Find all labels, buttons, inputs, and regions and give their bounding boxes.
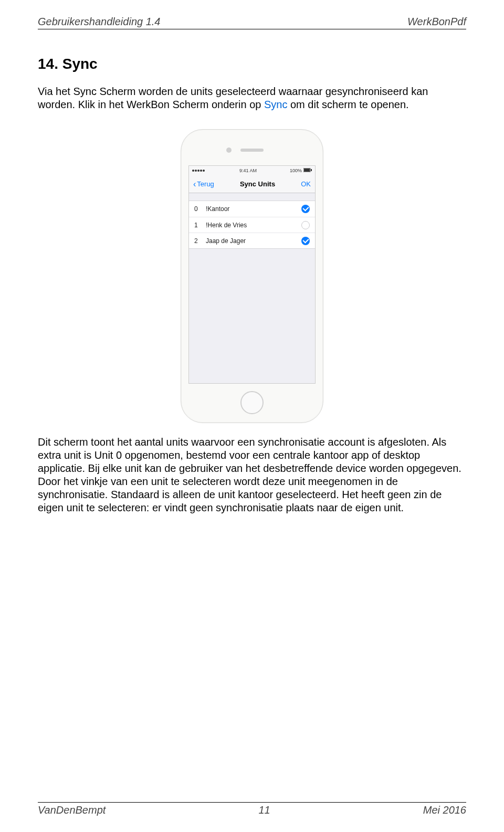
sync-units-list: 0 !Kantoor 1 !Henk de Vries 2 Jaap de Ja… — [189, 201, 315, 249]
footer-page-number: 11 — [258, 804, 270, 816]
status-right: 100% — [290, 168, 312, 173]
row-index: 2 — [194, 237, 203, 245]
nav-title: Sync Units — [240, 180, 275, 188]
signal-dots-icon — [192, 170, 205, 172]
back-label: Terug — [197, 180, 214, 188]
speaker-slot — [240, 149, 264, 152]
home-button[interactable] — [240, 391, 264, 414]
sync-link[interactable]: Sync — [264, 99, 287, 110]
page-header: Gebruikershandleiding 1.4 WerkBonPdf — [38, 16, 466, 28]
back-button[interactable]: ‹ Terug — [193, 180, 214, 188]
header-rule — [38, 29, 466, 29]
svg-rect-1 — [304, 168, 310, 172]
row-index: 0 — [194, 205, 203, 213]
battery-label: 100% — [290, 168, 302, 173]
ok-button[interactable]: OK — [301, 180, 311, 188]
phone-figure: 9:41 AM 100% ‹ Terug Sync Units OK — [38, 129, 466, 423]
chevron-left-icon: ‹ — [193, 180, 196, 188]
intro-post: om dit scherm te openen. — [287, 99, 408, 110]
body-paragraph: Dit scherm toont het aantal units waarvo… — [38, 436, 466, 514]
header-left: Gebruikershandleiding 1.4 — [38, 16, 161, 28]
list-item[interactable]: 0 !Kantoor — [189, 201, 315, 217]
status-time: 9:41 AM — [239, 168, 257, 173]
footer-rule — [38, 802, 466, 803]
footer-right: Mei 2016 — [423, 804, 466, 816]
row-index: 1 — [194, 222, 203, 229]
checkmark-icon[interactable] — [301, 237, 310, 245]
page-footer: VanDenBempt 11 Mei 2016 — [38, 804, 466, 816]
intro-paragraph: Via het Sync Scherm worden de units gese… — [38, 85, 466, 111]
row-name: !Kantoor — [203, 205, 301, 213]
nav-bar: ‹ Terug Sync Units OK — [189, 175, 315, 193]
page: Gebruikershandleiding 1.4 WerkBonPdf 14.… — [0, 0, 504, 832]
checkmark-icon[interactable] — [301, 205, 310, 213]
list-item[interactable]: 2 Jaap de Jager — [189, 233, 315, 248]
status-left — [192, 170, 206, 172]
section-title: 14. Sync — [38, 56, 466, 72]
camera-dot — [226, 148, 232, 153]
status-bar: 9:41 AM 100% — [189, 166, 315, 175]
svg-rect-2 — [311, 169, 312, 171]
iphone-frame: 9:41 AM 100% ‹ Terug Sync Units OK — [181, 129, 323, 423]
list-item[interactable]: 1 !Henk de Vries — [189, 217, 315, 233]
checkmark-icon[interactable] — [301, 221, 310, 229]
row-name: !Henk de Vries — [203, 222, 301, 229]
battery-icon — [303, 168, 312, 173]
row-name: Jaap de Jager — [203, 237, 301, 245]
phone-screen: 9:41 AM 100% ‹ Terug Sync Units OK — [188, 165, 316, 384]
footer-left: VanDenBempt — [38, 804, 106, 816]
header-right: WerkBonPdf — [407, 16, 466, 28]
